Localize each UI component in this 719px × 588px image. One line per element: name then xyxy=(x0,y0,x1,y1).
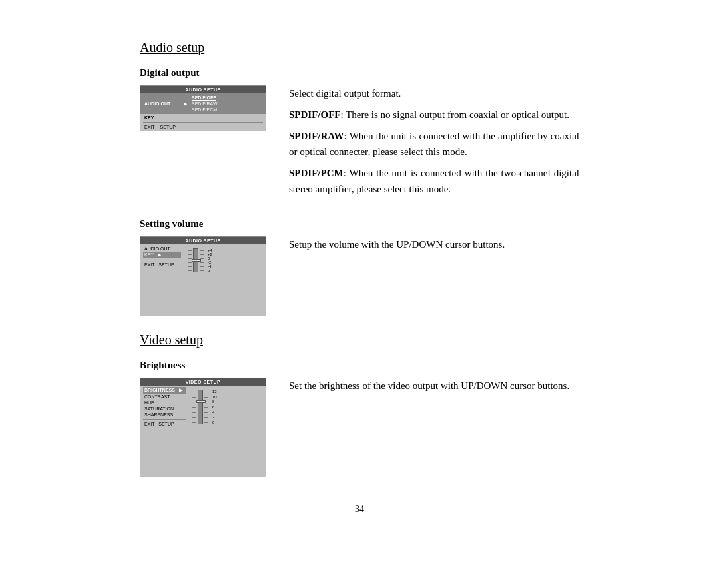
page-container: Audio setup Digital output AUDIO SETUP A… xyxy=(100,27,619,528)
volume-ui-screen: AUDIO SETUP AUDIO OUT KEY ▶ EXIT SETUP — xyxy=(140,236,266,316)
desc-brightness: Set the brightness of the video output w… xyxy=(289,378,579,394)
video-left-menu: BRIGHTNESS ▶ CONTRAST HUE SATURATION SHA… xyxy=(140,386,188,428)
screen1-footer: EXIT SETUP xyxy=(140,123,266,131)
page-number: 34 xyxy=(140,504,579,515)
volume-content: AUDIO OUT KEY ▶ EXIT SETUP — — — — xyxy=(140,244,266,276)
video-slider-thumb xyxy=(196,400,206,403)
slider-ticks-left: — — — — — — xyxy=(185,247,192,274)
vol-audio-out: AUDIO OUT xyxy=(143,246,181,252)
vol-exit: EXIT SETUP xyxy=(143,262,181,268)
setting-volume-section: AUDIO SETUP AUDIO OUT KEY ▶ EXIT SETUP — xyxy=(140,236,579,316)
digital-output-section: AUDIO SETUP AUDIO OUT ▶ SPDIF/OFF SPDIF/… xyxy=(140,85,579,202)
volume-screen-image: AUDIO SETUP AUDIO OUT KEY ▶ EXIT SETUP — xyxy=(140,236,273,316)
sharpness-row: SHARPNESS xyxy=(143,412,186,418)
video-ticks-left: — — — — — — — xyxy=(190,388,196,426)
desc-spdif-off: SPDIF/OFF: There is no signal output fro… xyxy=(289,107,579,123)
audio-out-options: SPDIF/OFF SPDIF/RAW SPDIF/PCM xyxy=(189,95,262,113)
brightness-section: VIDEO SETUP BRIGHTNESS ▶ CONTRAST HUE SA… xyxy=(140,378,579,477)
key-row: KEY xyxy=(140,114,266,121)
audio-out-ui-screen: AUDIO SETUP AUDIO OUT ▶ SPDIF/OFF SPDIF/… xyxy=(140,85,266,131)
slider-value-labels: +4 +2 0 -2 -4 b xyxy=(208,247,212,274)
volume-slider-area: — — — — — — — xyxy=(184,244,266,276)
saturation-row: SATURATION xyxy=(143,406,186,412)
desc-spdif-pcm: SPDIF/PCM: When the unit is connected wi… xyxy=(289,165,579,197)
brightness-row: BRIGHTNESS ▶ xyxy=(143,387,186,394)
screen1-divider xyxy=(143,122,263,123)
audio-out-row: AUDIO OUT ▶ SPDIF/OFF SPDIF/RAW SPDIF/PC… xyxy=(140,93,266,114)
volume-slider-track xyxy=(193,248,198,272)
desc-spdif-raw: SPDIF/RAW: When the unit is connected wi… xyxy=(289,128,579,160)
desc-volume: Setup the volume with the UP/DOWN cursor… xyxy=(289,236,579,252)
video-setup-heading: Video setup xyxy=(140,332,579,348)
digital-output-description: Select digital output format. SPDIF/OFF:… xyxy=(289,85,579,202)
volume-screen-title: AUDIO SETUP xyxy=(140,237,266,244)
video-ui-screen: VIDEO SETUP BRIGHTNESS ▶ CONTRAST HUE SA… xyxy=(140,378,266,477)
setting-volume-heading: Setting volume xyxy=(140,218,579,230)
video-value-labels: 12 10 8 6 4 2 0 xyxy=(212,388,217,426)
vol-key: KEY ▶ xyxy=(143,252,181,258)
hue-row: HUE xyxy=(143,400,186,406)
volume-slider-thumb xyxy=(192,259,201,262)
video-exit: EXIT SETUP xyxy=(143,421,186,427)
brightness-heading: Brightness xyxy=(140,360,579,371)
volume-left-menu: AUDIO OUT KEY ▶ EXIT SETUP xyxy=(140,244,184,276)
setting-volume-description: Setup the volume with the UP/DOWN cursor… xyxy=(289,236,579,316)
audio-out-screen-image: AUDIO SETUP AUDIO OUT ▶ SPDIF/OFF SPDIF/… xyxy=(140,85,273,202)
video-ticks-right: — — — — — — — xyxy=(204,388,211,426)
video-slider-track xyxy=(198,390,203,424)
setup-label: SETUP xyxy=(160,125,176,129)
brightness-description: Set the brightness of the video output w… xyxy=(289,378,579,477)
video-slider-area: — — — — — — — xyxy=(188,386,266,428)
video-screen-image: VIDEO SETUP BRIGHTNESS ▶ CONTRAST HUE SA… xyxy=(140,378,273,477)
key-label: KEY xyxy=(144,115,181,120)
audio-screen1-title: AUDIO SETUP xyxy=(140,86,266,93)
contrast-row: CONTRAST xyxy=(143,394,186,400)
desc-select-format: Select digital output format. xyxy=(289,85,579,101)
video-content: BRIGHTNESS ▶ CONTRAST HUE SATURATION SHA… xyxy=(140,386,266,428)
digital-output-heading: Digital output xyxy=(140,67,579,79)
audio-out-label: AUDIO OUT xyxy=(144,101,181,106)
video-screen-title: VIDEO SETUP xyxy=(140,378,266,386)
audio-setup-heading: Audio setup xyxy=(140,40,579,55)
exit-label: EXIT xyxy=(144,125,155,129)
